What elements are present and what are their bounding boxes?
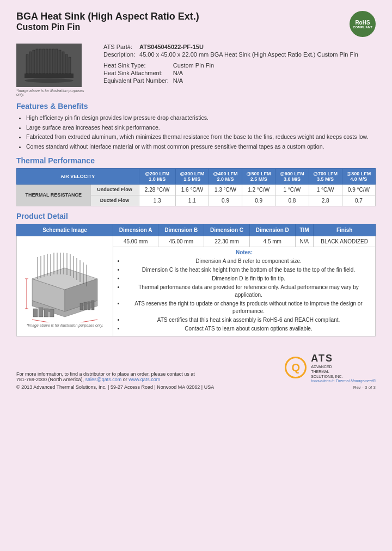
svg-line-40	[65, 320, 97, 322]
svg-rect-41	[33, 309, 38, 317]
dim-b-header: Dimension B	[158, 224, 204, 236]
ats-main-text: ATS	[311, 353, 376, 364]
svg-rect-4	[36, 49, 38, 74]
list-item: High efficiency pin fin design provides …	[26, 114, 376, 122]
ducted-300: 1.1	[175, 195, 209, 206]
features-list: High efficiency pin fin design provides …	[16, 114, 376, 151]
rohs-badge: RoHS COMPLIANT	[350, 11, 376, 37]
svg-rect-48	[91, 301, 94, 310]
svg-rect-46	[84, 302, 87, 310]
footer-phone: 781-769-2000 (North America),	[16, 377, 84, 382]
footer-copyright: © 2013 Advanced Thermal Solutions, Inc. …	[16, 384, 214, 390]
schematic-image-cell: *Image above is for illustration purpose…	[17, 236, 113, 336]
list-item: ATS certifies that this heat sink assemb…	[125, 316, 372, 324]
footer-or: or	[123, 377, 129, 382]
svg-rect-47	[88, 302, 90, 310]
svg-rect-0	[24, 74, 74, 78]
spec-grid: Heat Sink Type: Custom Pin Fin Heat Sink…	[103, 62, 376, 84]
dim-a-value: 45.00 mm	[113, 236, 158, 247]
attachment-value: N/A	[173, 70, 376, 76]
ats-tagline: Innovations in Thermal Management®	[311, 379, 376, 383]
product-info: *Image above is for illustration purpose…	[16, 44, 376, 96]
ducted-400: 0.9	[209, 195, 242, 206]
notes-list: Dimension A and B refer to component siz…	[116, 258, 372, 333]
footer-email[interactable]: sales@qats.com	[85, 377, 122, 382]
notes-title: Notes:	[116, 249, 372, 255]
dim-d-header: Dimension D	[249, 224, 295, 236]
schematic-svg	[21, 241, 108, 322]
type-value: Custom Pin Fin	[173, 62, 376, 69]
rohs-sub: COMPLIANT	[353, 26, 372, 29]
svg-rect-8	[49, 49, 51, 74]
finish-header: Finish	[314, 224, 376, 236]
svg-rect-42	[39, 308, 43, 317]
image-caption: *Image above is for illustration purpose…	[16, 89, 93, 96]
unducted-300: 1.6 °C/W	[175, 184, 209, 195]
ats-logo: Q ATS ADVANCEDTHERMALSOLUTIONS, INC. Inn…	[285, 353, 376, 383]
part-label: ATS Part#:	[103, 44, 135, 50]
svg-rect-6	[42, 49, 45, 74]
footer-right: Q ATS ADVANCEDTHERMALSOLUTIONS, INC. Inn…	[285, 353, 376, 390]
ats-text: ATS ADVANCEDTHERMALSOLUTIONS, INC. Innov…	[311, 353, 376, 383]
desc-label: Description:	[103, 51, 135, 58]
col-700lfm: @700 LFM3.5 M/S	[309, 168, 342, 184]
svg-rect-1	[26, 54, 28, 74]
svg-point-15	[24, 78, 74, 83]
unducted-400: 1.3 °C/W	[209, 184, 242, 195]
header-title: BGA Heat Sink (High Aspect Ratio Ext.) C…	[16, 11, 199, 32]
svg-rect-7	[46, 49, 48, 74]
ducted-200: 1.3	[139, 195, 175, 206]
svg-rect-2	[29, 52, 32, 74]
tim-header: TIM	[295, 224, 314, 236]
contact-text: For more information, to find a distribu…	[16, 371, 195, 377]
svg-rect-5	[39, 49, 41, 74]
thermal-resistance-label: THERMAL RESISTANCE	[17, 184, 91, 206]
col-300lfm: @300 LFM1.5 M/S	[175, 168, 209, 184]
list-item: Fabricated from extruded aluminum, which…	[26, 133, 376, 141]
unducted-500: 1.2 °C/W	[242, 184, 275, 195]
unducted-600: 1 °C/W	[275, 184, 309, 195]
col-400lfm: @400 LFM2.0 M/S	[209, 168, 242, 184]
unducted-200: 2.28 °C/W	[139, 184, 175, 195]
title-line2: Custom Pin Fin	[16, 22, 199, 32]
heatsink-illustration	[16, 44, 82, 87]
footer-website[interactable]: www.qats.com	[128, 377, 160, 382]
col-600lfm: @600 LFM3.0 M/S	[275, 168, 309, 184]
thermal-title: Thermal Performance	[16, 156, 376, 165]
thermal-section: Thermal Performance AIR VELOCITY @200 LF…	[16, 156, 376, 206]
svg-rect-43	[44, 309, 48, 317]
ducted-label: Ducted Flow	[90, 195, 139, 206]
schematic-header: Schematic Image	[17, 224, 113, 236]
dim-c-value: 22.30 mm	[204, 236, 250, 247]
list-item: Dimension A and B refer to component siz…	[125, 258, 372, 265]
table-row: THERMAL RESISTANCE Unducted Flow 2.28 °C…	[17, 184, 376, 195]
schematic-caption: *Image above is for illustration purpose…	[21, 323, 108, 327]
ats-q-icon: Q	[285, 357, 307, 378]
col-800lfm: @800 LFM4.0 M/S	[342, 168, 375, 184]
unducted-800: 0.9 °C/W	[342, 184, 375, 195]
dim-c-header: Dimension C	[204, 224, 250, 236]
equiv-value: N/A	[173, 77, 376, 84]
rohs-text: RoHS	[355, 20, 370, 26]
page: BGA Heat Sink (High Aspect Ratio Ext.) C…	[0, 0, 392, 401]
list-item: Thermal performance data are provided fo…	[125, 284, 372, 299]
product-detail-section: Product Detail Schematic Image Dimension…	[16, 212, 376, 336]
list-item: Comes standard without interface materia…	[26, 143, 376, 151]
col-500lfm: @500 LFM2.5 M/S	[242, 168, 275, 184]
ats-full-text: ADVANCEDTHERMALSOLUTIONS, INC.	[311, 364, 376, 379]
part-number: ATS045045022-PF-15U	[139, 44, 376, 50]
finish-value: BLACK ANODIZED	[314, 236, 376, 247]
features-section: Features & Benefits High efficiency pin …	[16, 102, 376, 151]
attachment-label: Heat Sink Attachment:	[103, 70, 169, 76]
svg-rect-13	[65, 54, 68, 74]
table-row: *Image above is for illustration purpose…	[17, 236, 376, 247]
svg-rect-12	[62, 52, 64, 74]
title-line1: BGA Heat Sink (High Aspect Ratio Ext.)	[16, 11, 199, 22]
list-item: Contact ATS to learn about custom option…	[125, 325, 372, 333]
product-detail-title: Product Detail	[16, 212, 376, 221]
tim-value: N/A	[295, 236, 314, 247]
ducted-700: 2.8	[309, 195, 342, 206]
dim-b-value: 45.00 mm	[158, 236, 204, 247]
list-item: Large surface area increases heat sink p…	[26, 124, 376, 132]
svg-rect-14	[69, 57, 71, 74]
